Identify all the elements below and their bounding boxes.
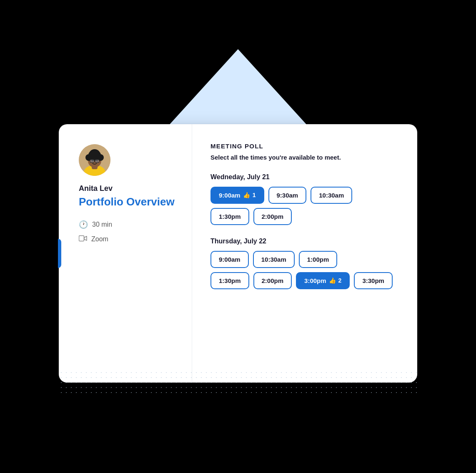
location-row: Zoom xyxy=(79,235,108,244)
time-slot-label: 10:30am xyxy=(261,256,286,263)
accent-bar xyxy=(58,239,61,268)
time-slot-thu-100pm[interactable]: 1:00pm xyxy=(299,251,338,268)
time-slot-wed-130pm[interactable]: 1:30pm xyxy=(210,208,249,225)
time-slot-label: 9:00am xyxy=(219,192,241,199)
time-slots-row-thu-1: 9:00am 10:30am 1:00pm xyxy=(210,251,397,268)
vote-count: 1 xyxy=(253,192,256,198)
time-slot-label: 2:00pm xyxy=(262,213,284,220)
location-text: Zoom xyxy=(91,235,108,243)
time-slots-row-wed-2: 1:30pm 2:00pm xyxy=(210,208,397,225)
vote-count: 2 xyxy=(338,277,342,284)
host-name: Anita Lev xyxy=(79,184,113,193)
svg-point-9 xyxy=(91,150,98,157)
time-slot-wed-930am[interactable]: 9:30am xyxy=(268,187,307,204)
duration-text: 30 min xyxy=(92,221,112,228)
svg-rect-15 xyxy=(79,235,84,241)
time-slot-label: 3:30pm xyxy=(362,277,384,284)
left-panel: Anita Lev Portfolio Overview 🕐 30 min Zo… xyxy=(59,124,192,383)
outer-wrapper: Anita Lev Portfolio Overview 🕐 30 min Zo… xyxy=(46,49,430,424)
meeting-title: Portfolio Overview xyxy=(79,195,175,208)
time-slot-wed-200pm[interactable]: 2:00pm xyxy=(253,208,292,225)
time-slot-label: 1:30pm xyxy=(219,277,241,284)
day-section-wednesday: Wedneday, July 21 9:00am 👍 1 9:30am 10:3… xyxy=(210,173,397,225)
main-card: Anita Lev Portfolio Overview 🕐 30 min Zo… xyxy=(59,124,417,383)
time-slot-label: 2:00pm xyxy=(262,277,284,284)
time-slot-label: 1:00pm xyxy=(307,256,329,263)
time-slot-thu-200pm[interactable]: 2:00pm xyxy=(253,272,292,289)
avatar xyxy=(79,144,110,176)
thumbs-up-icon: 👍 xyxy=(329,277,336,284)
time-slot-label: 9:30am xyxy=(277,192,298,199)
day-label-wednesday: Wedneday, July 21 xyxy=(210,173,397,181)
svg-rect-12 xyxy=(90,160,94,163)
time-slots-row-wed-1: 9:00am 👍 1 9:30am 10:30am xyxy=(210,187,397,204)
day-section-thursday: Thursday, July 22 9:00am 10:30am 1:00pm … xyxy=(210,238,397,289)
thumbs-up-icon: 👍 xyxy=(243,192,250,198)
time-slot-thu-1030am[interactable]: 10:30am xyxy=(253,251,295,268)
time-slot-label: 1:30pm xyxy=(219,213,241,220)
poll-title: MEETING POLL xyxy=(210,143,397,150)
time-slot-label: 10:30am xyxy=(319,192,344,199)
time-slot-thu-300pm[interactable]: 3:00pm 👍 2 xyxy=(296,272,350,289)
time-slot-label: 9:00am xyxy=(219,256,241,263)
svg-rect-13 xyxy=(95,160,99,163)
day-label-thursday: Thursday, July 22 xyxy=(210,238,397,245)
time-slot-thu-330pm[interactable]: 3:30pm xyxy=(354,272,393,289)
time-slot-wed-900am[interactable]: 9:00am 👍 1 xyxy=(210,187,264,204)
time-slots-row-thu-2: 1:30pm 2:00pm 3:00pm 👍 2 3:30pm xyxy=(210,272,397,289)
time-slot-thu-900am[interactable]: 9:00am xyxy=(210,251,249,268)
poll-subtitle: Select all the times you're available to… xyxy=(210,154,397,161)
time-slot-wed-1030am[interactable]: 10:30am xyxy=(311,187,352,204)
clock-icon: 🕐 xyxy=(79,220,88,229)
time-slot-label: 3:00pm xyxy=(304,277,326,284)
right-panel: MEETING POLL Select all the times you're… xyxy=(192,124,417,383)
time-slot-thu-130pm[interactable]: 1:30pm xyxy=(210,272,249,289)
duration-row: 🕐 30 min xyxy=(79,220,112,229)
video-icon xyxy=(79,235,87,244)
